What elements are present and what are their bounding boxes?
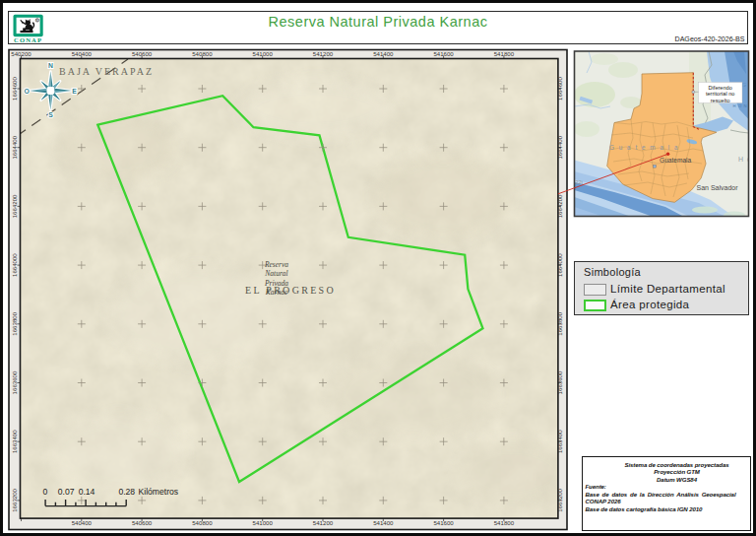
svg-text:N: N <box>48 62 53 69</box>
svg-text:R: R <box>36 19 38 23</box>
svg-text:540200: 540200 <box>11 50 32 57</box>
svg-text:541600: 541600 <box>433 50 454 57</box>
svg-text:1664600: 1664600 <box>556 77 563 100</box>
svg-text:1664000: 1664000 <box>556 253 563 277</box>
svg-text:S: S <box>48 111 53 118</box>
svg-text:1663600: 1663600 <box>11 370 18 394</box>
svg-text:541000: 541000 <box>253 50 274 57</box>
svg-text:540600: 540600 <box>132 50 153 57</box>
svg-text:San Salvador: San Salvador <box>697 184 739 191</box>
svg-text:541800: 541800 <box>494 519 515 526</box>
svg-text:22t: 22t <box>576 179 584 185</box>
svg-text:Diferendo: Diferendo <box>709 85 732 91</box>
svg-text:Guatemala: Guatemala <box>660 157 692 164</box>
svg-text:541200: 541200 <box>313 50 334 57</box>
svg-text:1663600: 1663600 <box>556 370 563 394</box>
svg-text:1663400: 1663400 <box>556 430 563 453</box>
svg-text:G u a t e m a l a: G u a t e m a l a <box>609 144 679 151</box>
svg-text:540600: 540600 <box>132 519 153 526</box>
svg-text:541600: 541600 <box>433 519 454 526</box>
svg-text:541000: 541000 <box>253 519 274 526</box>
svg-text:EL PROGRESO: EL PROGRESO <box>245 285 336 296</box>
svg-text:CONAP: CONAP <box>14 36 42 43</box>
svg-text:540400: 540400 <box>72 50 93 57</box>
svg-text:1663800: 1663800 <box>556 311 563 335</box>
svg-text:Karnac: Karnac <box>265 288 288 297</box>
svg-text:540400: 540400 <box>72 519 93 526</box>
svg-text:0: 0 <box>42 487 47 497</box>
svg-text:H O N: H O N <box>733 103 748 108</box>
svg-text:1663400: 1663400 <box>11 430 18 453</box>
svg-text:BAJA VERAPAZ: BAJA VERAPAZ <box>59 66 154 77</box>
svg-text:1663800: 1663800 <box>11 311 18 335</box>
svg-text:1664400: 1664400 <box>11 135 18 159</box>
svg-text:Privada: Privada <box>264 279 288 288</box>
svg-text:1664000: 1664000 <box>11 253 18 277</box>
svg-text:Natural: Natural <box>264 269 287 278</box>
svg-text:1663200: 1663200 <box>11 488 18 511</box>
svg-text:H o: H o <box>738 156 752 163</box>
svg-text:1664200: 1664200 <box>11 194 18 218</box>
svg-text:541200: 541200 <box>313 519 334 526</box>
svg-text:E: E <box>72 88 77 95</box>
svg-text:Kilómetros: Kilómetros <box>139 487 179 497</box>
svg-text:Reserva: Reserva <box>264 260 288 269</box>
svg-text:541800: 541800 <box>494 50 515 57</box>
svg-text:resuelto: resuelto <box>711 98 730 103</box>
svg-text:1664400: 1664400 <box>556 135 563 159</box>
svg-text:541400: 541400 <box>373 50 394 57</box>
svg-text:1664600: 1664600 <box>11 77 18 100</box>
svg-text:541400: 541400 <box>373 519 394 526</box>
svg-text:540800: 540800 <box>192 50 213 57</box>
svg-text:0.28: 0.28 <box>118 487 135 497</box>
svg-text:0.07: 0.07 <box>58 487 75 497</box>
svg-text:0.14: 0.14 <box>79 487 95 497</box>
svg-text:O: O <box>25 88 30 95</box>
svg-text:540800: 540800 <box>192 519 213 526</box>
svg-text:1664200: 1664200 <box>556 194 563 218</box>
svg-text:1663200: 1663200 <box>556 488 563 511</box>
svg-text:territorial no: territorial no <box>706 91 735 97</box>
